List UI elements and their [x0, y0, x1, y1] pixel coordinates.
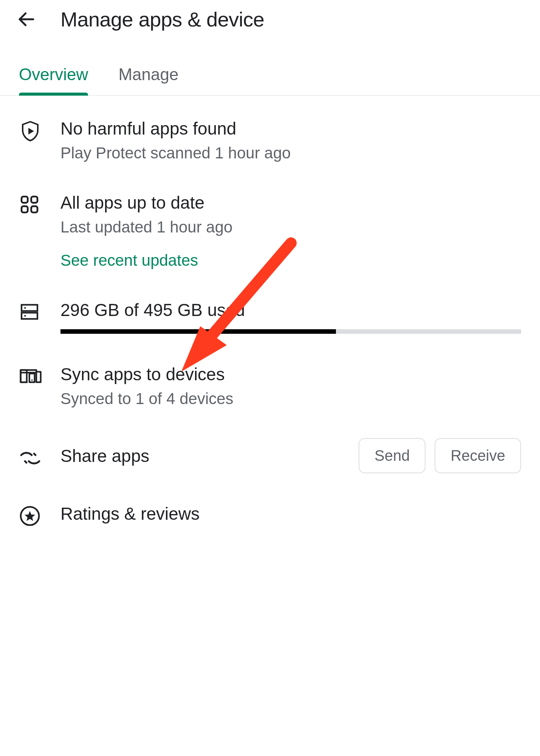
svg-rect-5 [31, 206, 37, 212]
play-protect-row[interactable]: No harmful apps found Play Protect scann… [19, 118, 521, 162]
arrow-left-icon [16, 9, 37, 29]
storage-row[interactable]: 296 GB of 495 GB used [19, 300, 521, 334]
share-apps-row: Share apps Send Receive [19, 438, 521, 473]
page-title: Manage apps & device [60, 8, 264, 31]
ratings-reviews-row[interactable]: Ratings & reviews [19, 503, 521, 527]
see-recent-updates-link[interactable]: See recent updates [60, 251, 198, 270]
updates-subtitle: Last updated 1 hour ago [60, 218, 521, 236]
updates-title: All apps up to date [60, 192, 521, 213]
storage-progress-fill [60, 329, 336, 334]
svg-rect-4 [22, 206, 28, 212]
svg-point-8 [24, 307, 26, 309]
svg-point-13 [31, 380, 33, 381]
apps-grid-icon [19, 194, 40, 215]
protect-subtitle: Play Protect scanned 1 hour ago [60, 144, 521, 162]
svg-rect-12 [36, 372, 41, 382]
send-button[interactable]: Send [359, 438, 426, 473]
svg-line-15 [34, 454, 36, 455]
receive-button[interactable]: Receive [435, 438, 521, 473]
svg-rect-6 [22, 305, 37, 311]
svg-rect-7 [22, 313, 37, 319]
star-circle-icon [19, 505, 41, 527]
ratings-title: Ratings & reviews [60, 503, 521, 524]
storage-label: 296 GB of 495 GB used [60, 300, 521, 320]
svg-rect-3 [31, 197, 37, 203]
shield-play-icon [19, 120, 42, 143]
devices-icon [19, 366, 42, 387]
tab-bar: Overview Manage [0, 57, 540, 96]
tab-manage[interactable]: Manage [118, 57, 178, 95]
svg-line-14 [25, 461, 26, 463]
back-button[interactable] [15, 8, 38, 31]
sync-apps-row[interactable]: Sync apps to devices Synced to 1 of 4 de… [19, 364, 521, 408]
nearby-share-icon [19, 450, 42, 466]
svg-marker-17 [25, 511, 35, 521]
svg-rect-10 [21, 370, 27, 382]
share-title: Share apps [60, 446, 350, 466]
sync-title: Sync apps to devices [60, 364, 521, 384]
tab-overview[interactable]: Overview [19, 57, 88, 95]
storage-icon [19, 301, 40, 322]
updates-row[interactable]: All apps up to date Last updated 1 hour … [19, 192, 521, 270]
svg-point-9 [24, 315, 26, 317]
svg-rect-11 [29, 373, 35, 382]
svg-marker-1 [28, 128, 34, 135]
svg-rect-2 [22, 197, 28, 203]
protect-title: No harmful apps found [60, 118, 521, 139]
storage-progress [60, 329, 521, 334]
sync-subtitle: Synced to 1 of 4 devices [60, 390, 521, 408]
